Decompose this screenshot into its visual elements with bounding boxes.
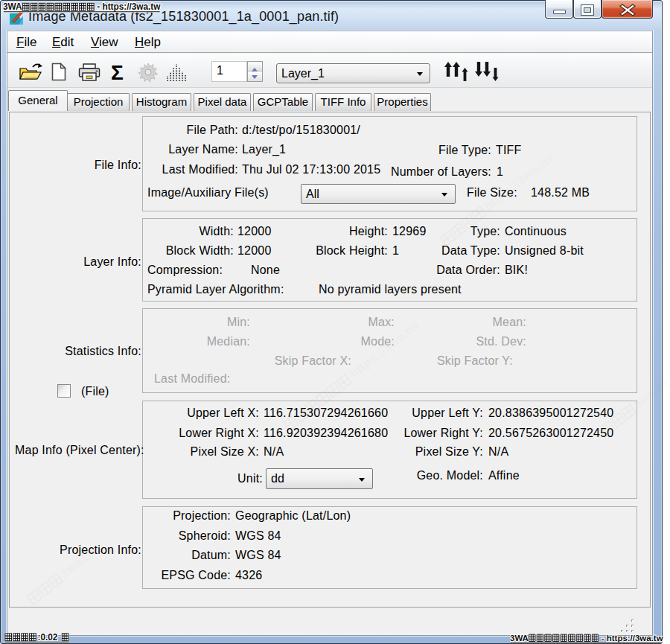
svg-text:- https://3wa.tw: - https://3wa.tw [97,1,161,12]
svg-text:- https://3wa.tw: - https://3wa.tw [602,634,663,643]
svg-text::0.02: :0.02 [38,632,58,643]
svg-text:3WA: 3WA [510,634,529,643]
svg-text:3WA: 3WA [3,1,22,12]
